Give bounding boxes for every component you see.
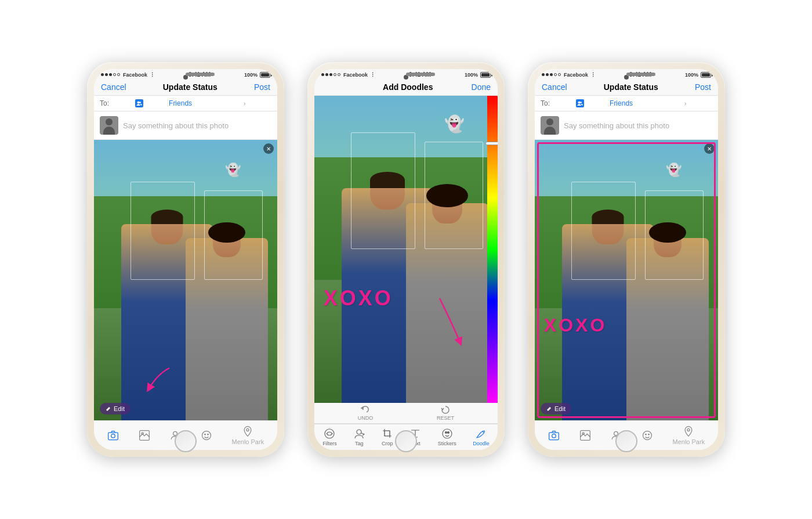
nav-title-2: Add Doodles <box>383 82 433 92</box>
filters-btn-2[interactable]: Filters <box>322 428 337 446</box>
photo-close-3[interactable]: ✕ <box>704 143 715 154</box>
undo-button-2[interactable]: UNDO <box>358 405 374 421</box>
edit-icon-3 <box>546 406 552 412</box>
ghost-sticker-3: 👻 <box>666 163 682 178</box>
audience-label-1: Friends <box>169 99 192 107</box>
photo-area-1: 👻 ✕ Edit <box>94 140 277 420</box>
toolbar-location-1[interactable]: Menlo Park <box>232 426 264 445</box>
svg-point-9 <box>205 434 206 435</box>
speaker-2 <box>406 73 435 76</box>
nav-title-1: Update Status <box>163 82 217 92</box>
photo-area-2: 👻 XOXO <box>314 96 498 403</box>
nav-bar-3: Cancel Update Status Post <box>535 79 718 96</box>
phone-3: Facebook ⋮ 9:41 AM 100% Cancel Update St… <box>528 62 725 457</box>
carrier-2: Facebook <box>343 72 368 78</box>
caption-placeholder-3[interactable]: Say something about this photo <box>564 121 669 130</box>
svg-point-1 <box>139 102 141 103</box>
battery-pct-1: 100% <box>244 72 258 78</box>
reset-button-2[interactable]: RESET <box>437 405 454 421</box>
selfie-bg-2: 👻 XOXO <box>314 96 498 403</box>
svg-point-4 <box>111 434 115 438</box>
svg-point-28 <box>648 434 650 435</box>
photo-area-3: 👻 XOXO ✕ Edit <box>535 140 718 420</box>
toolbar-camera-3[interactable] <box>548 430 560 441</box>
friends-icon-1 <box>135 99 143 107</box>
caption-placeholder-1[interactable]: Say something about this photo <box>123 121 229 130</box>
caption-row-1: Say something about this photo <box>94 111 277 140</box>
battery-pct-3: 100% <box>685 72 698 78</box>
cancel-button-1[interactable]: Cancel <box>101 82 126 92</box>
face-box-man-2 <box>351 132 415 249</box>
edit-button-3[interactable]: Edit <box>541 403 571 415</box>
undo-reset-row-2: UNDO RESET <box>314 403 498 424</box>
ghost-sticker-1: 👻 <box>225 163 241 178</box>
audience-row-3[interactable]: To: Friends › <box>535 96 718 111</box>
location-text-1: Menlo Park <box>232 438 264 445</box>
phone-2: Facebook ⋮ 9:41 AM 100% Add Doodles Done <box>307 62 505 457</box>
audience-row-1[interactable]: To: Friends › <box>94 96 277 111</box>
toolbar-image-3[interactable] <box>579 430 591 441</box>
toolbar-emoji-3[interactable] <box>641 430 653 441</box>
home-button-2[interactable] <box>395 430 417 452</box>
svg-point-0 <box>137 102 139 104</box>
svg-point-16 <box>443 429 452 438</box>
toolbar-image-1[interactable] <box>139 430 150 441</box>
toolbar-camera-1[interactable] <box>107 430 119 441</box>
caption-row-3: Say something about this photo <box>535 111 718 140</box>
face-box-woman-3 <box>645 190 704 280</box>
edit-button-1[interactable]: Edit <box>100 403 130 415</box>
tag-btn-2[interactable]: Tag <box>353 428 365 446</box>
xoxo-doodle-3: XOXO <box>544 315 607 336</box>
face-box-man-1 <box>130 182 195 280</box>
done-button-2[interactable]: Done <box>472 82 491 92</box>
face-box-man-3 <box>571 182 636 280</box>
svg-point-26 <box>643 431 651 440</box>
audience-label-3: Friends <box>610 99 633 107</box>
phone-1: Facebook ⋮ 9:41 AM 100% Cancel Update St… <box>87 62 284 457</box>
face-box-woman-2 <box>425 142 483 249</box>
toolbar-location-3[interactable]: Menlo Park <box>673 426 705 445</box>
chevron-3: › <box>684 100 686 107</box>
selfie-bg-1: 👻 ✕ Edit <box>94 140 277 420</box>
to-label-1: To: <box>100 99 109 107</box>
speaker-3 <box>626 73 655 76</box>
svg-point-29 <box>687 428 690 431</box>
toolbar-emoji-1[interactable] <box>201 430 212 441</box>
edit-icon-1 <box>106 406 111 412</box>
svg-point-11 <box>246 428 249 431</box>
face-box-woman-1 <box>204 190 263 280</box>
crop-btn-2[interactable]: Crop <box>382 428 393 446</box>
doodle-btn-2[interactable]: Doodle <box>473 428 490 446</box>
chevron-1: › <box>244 100 245 107</box>
svg-point-18 <box>447 432 449 434</box>
edit-label-1: Edit <box>114 405 125 412</box>
svg-point-10 <box>208 434 209 435</box>
svg-point-27 <box>646 434 647 435</box>
post-button-3[interactable]: Post <box>695 82 711 92</box>
avatar-1 <box>100 116 118 135</box>
ghost-sticker-2: 👻 <box>444 114 465 134</box>
color-slider-2[interactable] <box>487 96 498 403</box>
cancel-button-3[interactable]: Cancel <box>542 82 567 92</box>
nav-bar-1: Cancel Update Status Post <box>94 79 277 96</box>
post-button-1[interactable]: Post <box>254 82 270 92</box>
home-button-1[interactable] <box>175 430 197 452</box>
speaker-1 <box>186 73 215 76</box>
friends-icon-3 <box>576 99 584 107</box>
home-button-3[interactable] <box>615 430 637 452</box>
avatar-3 <box>541 116 559 135</box>
svg-rect-15 <box>385 431 390 436</box>
stickers-btn-2[interactable]: Stickers <box>438 428 456 446</box>
photo-close-1[interactable]: ✕ <box>263 143 274 154</box>
battery-pct-2: 100% <box>465 72 478 78</box>
color-slider-handle-2[interactable] <box>485 142 498 145</box>
to-label-3: To: <box>541 99 550 107</box>
carrier-3: Facebook <box>564 72 588 78</box>
edit-label-3: Edit <box>554 405 566 412</box>
svg-point-22 <box>552 434 556 438</box>
svg-point-17 <box>445 432 447 434</box>
svg-point-8 <box>202 431 211 440</box>
svg-point-20 <box>580 102 582 103</box>
svg-point-19 <box>578 102 580 104</box>
nav-title-3: Update Status <box>604 82 658 92</box>
